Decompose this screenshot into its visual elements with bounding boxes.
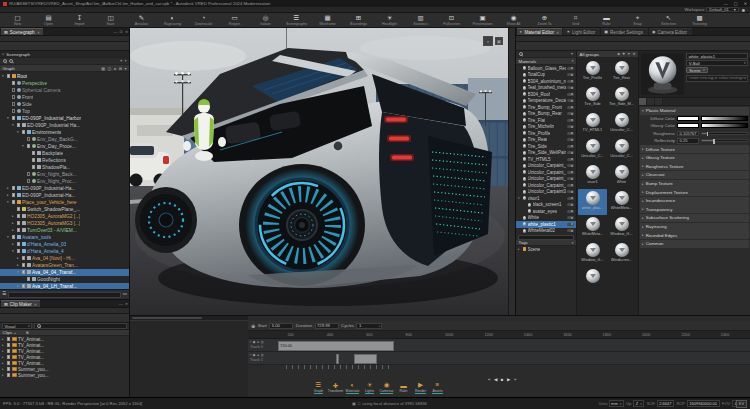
diffuse-color-swatch[interactable] <box>677 116 699 121</box>
chevron-down-icon[interactable]: ▾ <box>572 59 574 63</box>
panel-minimize[interactable]: — <box>119 302 123 306</box>
reflectivity-slider[interactable] <box>701 139 748 142</box>
material-toggle[interactable] <box>567 164 574 167</box>
toolbar-button[interactable]: ⊞ Boundings <box>343 13 374 27</box>
expander-icon[interactable]: ▸ <box>2 355 5 359</box>
clip-row[interactable]: ▸ Summer_you... <box>0 372 129 378</box>
expander-icon[interactable]: ▸ <box>12 242 15 246</box>
quickbar-button[interactable]: ✚ Transform <box>327 380 344 396</box>
close-button[interactable]: ✕ <box>744 1 747 6</box>
toolbar-button[interactable]: ▣ Presentation <box>467 13 498 27</box>
scenegraph-node[interactable]: ▸ ED-090P_Industrial-Ha... <box>0 185 129 192</box>
workspace-select[interactable]: Default_01▾ <box>706 7 738 12</box>
quickbar-button[interactable]: ◉ Cameras <box>378 380 395 396</box>
tab-scenegraph[interactable]: ⊞Scenegraph✕ <box>1 28 43 35</box>
toolbar-button[interactable]: ⊡ Fullscreen <box>436 13 467 27</box>
expander-icon[interactable]: ▾ <box>7 200 10 204</box>
visibility-icon[interactable]: ● <box>114 66 116 71</box>
material-toggle[interactable] <box>567 80 574 83</box>
chevron-down-icon[interactable]: ▾ <box>124 66 126 71</box>
go-to-start-button[interactable]: « <box>488 377 490 382</box>
scenegraph-node[interactable]: ▾ Env_Day_Proce... <box>0 143 129 150</box>
visibility-checkbox[interactable] <box>17 207 21 211</box>
shading-mode-tab[interactable] <box>655 98 663 105</box>
material-toggle[interactable] <box>567 132 574 135</box>
quickbar-button[interactable]: ▶ Render <box>412 380 429 396</box>
material-toggle[interactable] <box>567 184 574 187</box>
material-toggle[interactable] <box>567 145 574 148</box>
scenegraph-node[interactable]: ▸ HO2305_AuroraMG3 [...] <box>0 220 129 227</box>
viewport[interactable]: ⌗ ▣ <box>130 28 508 315</box>
material-thumbnail[interactable]: visor1 <box>578 163 607 189</box>
timeline-track[interactable]: ▪◆●◎ Track 0 720.00 <box>248 339 750 352</box>
collapsed-section-header[interactable]: ▸Roughness Texture <box>640 162 749 170</box>
scenegraph-node[interactable]: Backplate <box>0 150 129 157</box>
expander-icon[interactable]: ▾ <box>17 270 20 274</box>
collapsed-section-header[interactable]: ▸Raytracing <box>640 223 749 231</box>
visibility-checkbox[interactable] <box>17 228 21 232</box>
visibility-checkbox[interactable] <box>12 88 16 92</box>
shading-mode-tab[interactable] <box>647 98 655 105</box>
expander-icon[interactable]: ▸ <box>12 214 15 218</box>
filter-icon[interactable]: ▼ <box>119 59 122 63</box>
clip-checkbox[interactable] <box>7 367 11 371</box>
start-input[interactable]: 5.00 <box>269 323 293 329</box>
material-thumbnail[interactable]: Tire_Side <box>578 85 607 111</box>
scenegraph-node[interactable]: ▸ TurnOver03 - A/VIEM... <box>0 227 129 234</box>
collapsed-section-header[interactable]: ▸Diffuse Texture <box>640 145 749 153</box>
material-toggle[interactable] <box>567 112 574 115</box>
visibility-checkbox[interactable] <box>17 249 21 253</box>
glossy-color-swatch[interactable] <box>677 123 699 128</box>
show-icon[interactable]: ▦ <box>101 66 105 71</box>
delete-icon[interactable]: ✖ <box>26 330 29 335</box>
expander-icon[interactable]: ▸ <box>17 263 20 267</box>
minimize-button[interactable]: — <box>724 1 728 6</box>
visibility-checkbox[interactable] <box>7 74 11 78</box>
stop-button[interactable]: ■ <box>501 377 504 382</box>
visibility-checkbox[interactable] <box>32 165 36 169</box>
clip-search-input[interactable] <box>34 323 127 329</box>
visibility-checkbox[interactable] <box>22 284 26 288</box>
visibility-checkbox[interactable] <box>12 186 16 190</box>
chevron-down-icon[interactable]: ▾ <box>572 241 574 245</box>
focal-checkbox-icon[interactable]: □ <box>358 401 360 406</box>
cycles-stepper[interactable]: 1▴▾ <box>356 323 382 329</box>
scenegraph-node[interactable]: GoodNight <box>0 276 129 283</box>
collapsed-section-header[interactable]: ▸Clearcoat <box>640 171 749 179</box>
scenegraph-node[interactable]: Env_Night_Back... <box>0 171 129 178</box>
material-toggle[interactable] <box>567 119 574 122</box>
scenegraph-node[interactable]: ▸ HO2305_AuroraMG2 [...] <box>0 213 129 220</box>
panel-close[interactable]: ✕ <box>125 30 128 34</box>
visibility-checkbox[interactable] <box>27 137 31 141</box>
horizontal-scrollbar[interactable] <box>130 316 248 321</box>
sync-icon[interactable]: ◫ <box>107 66 111 71</box>
collapsed-section-header[interactable]: ▸Displacement Texture <box>640 188 749 196</box>
material-toggle[interactable] <box>567 99 574 102</box>
visibility-checkbox[interactable] <box>12 200 16 204</box>
step-back-button[interactable]: ◀ <box>494 377 497 382</box>
play-button[interactable]: ▶ <box>507 377 510 382</box>
toolbar-button[interactable]: ⌖ Snap <box>622 13 653 27</box>
material-toggle[interactable] <box>567 197 574 200</box>
panel-minimize[interactable]: — <box>113 30 117 34</box>
material-thumbnail[interactable]: Window_G... <box>578 241 607 267</box>
material-thumbnail[interactable]: Unicolor_C... <box>578 137 607 163</box>
clip-checkbox[interactable] <box>7 355 11 359</box>
toolbar-button[interactable]: ◐ Raytracing <box>157 13 188 27</box>
breadcrumb[interactable]: Scenegraph <box>6 52 30 57</box>
toolbar-button[interactable]: ▥ Statistics <box>405 13 436 27</box>
toolbar-button[interactable]: ◔ Downscale <box>188 13 219 27</box>
expander-icon[interactable]: ▾ <box>7 116 10 120</box>
scenegraph-node[interactable]: Env_Day_BackG... <box>0 136 129 143</box>
tab-clip-maker[interactable]: ⊞Clip Maker✕ <box>1 300 40 307</box>
reflectivity-value[interactable]: 0.25 <box>677 138 699 144</box>
search-icon[interactable]: ⊕ <box>632 52 635 56</box>
scenegraph-node[interactable]: ▾ Place_your_Vehicle_here <box>0 199 129 206</box>
toolbar-button[interactable]: ◉ Show All <box>498 13 529 27</box>
search-icon[interactable] <box>3 59 7 63</box>
toolbar-button[interactable]: ⌗ Grid <box>560 13 591 27</box>
toolbar-button[interactable]: ☰ Scenegraphs <box>281 13 312 27</box>
expander-icon[interactable]: ▸ <box>2 337 5 341</box>
editor-tab[interactable]: ◉ Camera Editor <box>649 28 692 35</box>
material-thumbnail[interactable]: Window_G... <box>607 215 636 241</box>
